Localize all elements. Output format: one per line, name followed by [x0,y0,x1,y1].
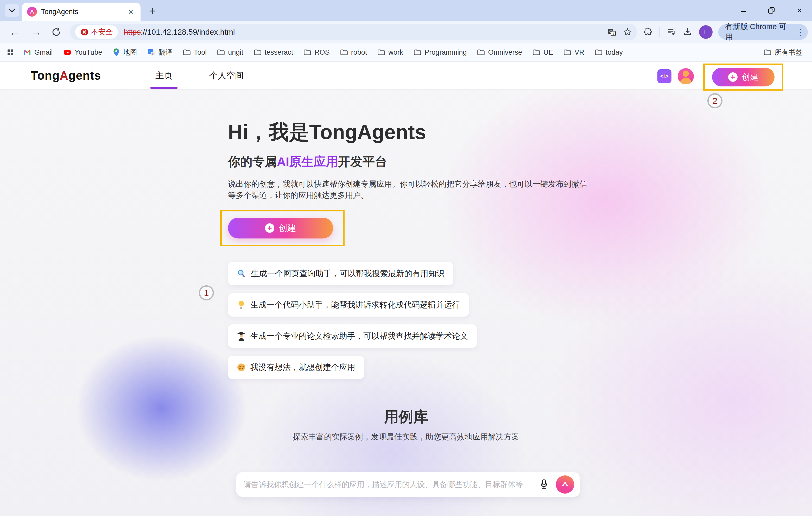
plus-icon: + [265,223,274,233]
bookmark-folder-tool[interactable]: Tool [183,49,207,57]
folder-icon [763,49,772,56]
annotation-badge-1: 1 [199,285,214,300]
window-controls: – × [736,0,807,21]
chevron-down-icon [8,8,16,13]
new-tab-button[interactable]: + [146,4,159,18]
restore-button[interactable] [764,3,779,18]
gmail-icon [23,49,31,56]
screen: Λ TongAgents × + – × ← → 不安全 https:// [0,0,812,516]
download-icon[interactable] [683,27,692,37]
bookmark-folder-robot[interactable]: robot [340,49,367,57]
url-scheme: https [124,28,141,36]
toolbar-separator [660,27,660,37]
folder-icon [377,49,385,56]
microphone-icon[interactable] [536,479,551,490]
avatar-head [683,70,689,77]
folder-icon [303,49,311,56]
folder-icon [217,49,225,56]
chrome-update-text: 有新版 Chrome 可用 [725,22,793,42]
site-header: TongAgents 主页 个人空间 </> + 创建 [0,62,812,90]
user-avatar[interactable] [678,68,694,84]
forward-icon[interactable]: → [29,26,43,38]
chrome-update-pill[interactable]: 有新版 Chrome 可用 ⋮ [718,24,808,40]
all-bookmarks[interactable]: 所有书签 [756,48,806,57]
bookmark-folder-tesseract[interactable]: tesseract [254,49,293,57]
folder-icon [477,49,485,56]
bookmark-folder-vr[interactable]: VR [563,49,584,57]
security-label: 不安全 [91,27,113,37]
suggestion-chip-no-idea[interactable]: 我没有想法，就想创建个应用 [228,355,364,379]
bookmarks-separator [18,48,18,57]
bookmark-folder-ros[interactable]: ROS [303,49,330,57]
bookmarks-separator [758,48,758,57]
bookmark-translate[interactable]: G文 翻译 [148,48,173,57]
bookmarks-bar: Gmail YouTube 地图 G文 翻译 Tool ungit tesser… [0,43,812,62]
apps-grid-icon[interactable] [6,48,14,57]
hero-create-button[interactable]: + 创建 [228,218,333,238]
folder-icon [254,49,262,56]
security-chip[interactable]: 不安全 [75,25,118,39]
back-icon[interactable]: ← [7,26,22,38]
svg-text:文: 文 [151,52,154,55]
profile-avatar[interactable]: L [699,25,713,39]
tab-title: TongAgents [41,8,126,16]
smiley-icon [237,363,246,372]
hero-subtitle-highlight: AI原生应用 [277,155,338,168]
url-text[interactable]: https://101.42.128.59/index.html [124,28,235,36]
folder-icon [532,49,540,56]
media-controls-icon[interactable] [667,27,676,37]
browser-toolbar: ← → 不安全 https://101.42.128.59/index.html… [0,21,812,43]
code-icon[interactable]: </> [658,69,671,83]
translate-icon[interactable]: G文 [607,28,616,36]
annotation-badge-2: 2 [707,93,723,108]
magnifier-icon [237,269,246,278]
url-bar[interactable]: 不安全 https://101.42.128.59/index.html G文 [70,24,637,40]
bookmark-folder-programming[interactable]: Programming [413,49,467,57]
menu-dots-icon[interactable]: ⋮ [796,28,804,37]
folder-icon [595,49,603,56]
bookmark-folder-ue[interactable]: UE [532,49,553,57]
send-button[interactable] [556,476,574,494]
bookmark-folder-ungit[interactable]: ungit [217,49,243,57]
omnibox-actions: G文 [607,28,632,36]
reload-icon[interactable] [49,27,63,37]
web-page: TongAgents 主页 个人空间 </> + 创建 2 Hi，我是TongA… [0,62,812,516]
browser-tab[interactable]: Λ TongAgents × [22,3,141,21]
tab-search-button[interactable] [5,4,19,17]
bookmark-star-icon[interactable] [623,28,632,36]
suggestion-chip-paper-search[interactable]: 生成一个专业的论文检索助手，可以帮我查找并解读学术论文 [228,324,477,348]
usecase-section-title: 用例库 [0,407,812,427]
bookmark-folder-work[interactable]: work [377,49,403,57]
youtube-icon [63,49,71,56]
nav-tab-personal-space[interactable]: 个人空间 [200,62,253,89]
site-logo[interactable]: TongAgents [31,62,101,89]
close-window-button[interactable]: × [792,3,807,18]
bookmark-youtube[interactable]: YouTube [63,49,102,57]
minimize-button[interactable]: – [736,3,751,18]
scholar-icon [237,332,246,341]
not-secure-icon [80,28,88,36]
nav-tab-home[interactable]: 主页 [146,62,182,89]
hero-title: Hi，我是TongAgents [228,119,426,146]
suggestion-chip-code-assistant[interactable]: 生成一个代码小助手，能帮我讲诉求转化成代码逻辑并运行 [228,293,469,317]
svg-text:文: 文 [612,32,615,35]
bulb-icon [237,300,246,310]
header-create-button[interactable]: + 创建 [712,68,775,86]
tab-close-icon[interactable]: × [126,7,135,17]
maps-pin-icon [113,48,120,57]
bookmark-maps[interactable]: 地图 [113,48,137,57]
suggestion-chip-web-search[interactable]: 生成一个网页查询助手，可以帮我搜索最新的有用知识 [228,262,453,285]
folder-icon [183,49,191,56]
hero-description: 说出你的创意，我就可以快速帮你创建专属应用。你可以轻松的把它分享给朋友，也可以一… [228,179,590,201]
browser-titlebar: Λ TongAgents × + – × [0,0,812,21]
bookmark-folder-omniverse[interactable]: Omniverse [477,49,522,57]
toolbar-actions: L [643,25,713,39]
hero-subtitle: 你的专属AI原生应用开发平台 [228,153,387,170]
plus-icon: + [728,73,737,82]
folder-icon [413,49,422,56]
folder-icon [563,49,571,56]
bookmark-gmail[interactable]: Gmail [23,49,53,57]
bookmark-folder-today[interactable]: today [595,49,623,57]
prompt-input[interactable] [243,480,536,489]
extensions-icon[interactable] [643,27,653,37]
